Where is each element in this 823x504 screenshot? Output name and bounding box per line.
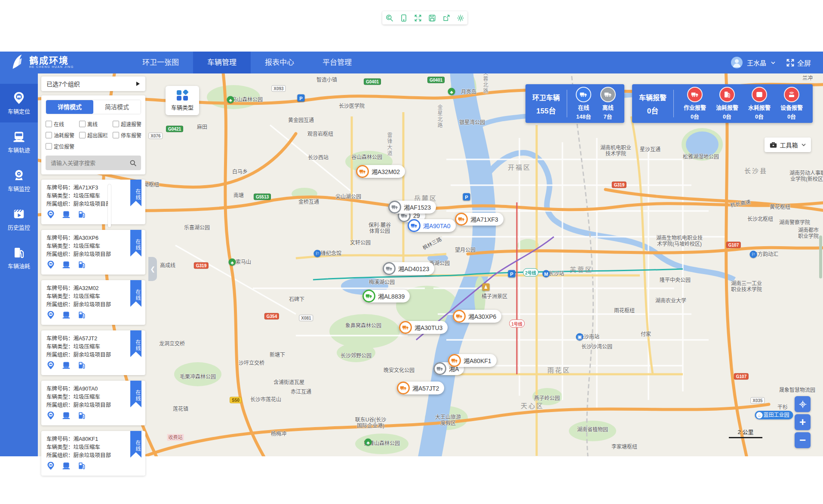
track-icon[interactable] (62, 311, 71, 319)
vehicle-type-button[interactable]: 车辆类型 (166, 86, 199, 115)
chevron-down-icon[interactable] (771, 60, 776, 65)
vehicle-card[interactable]: 车牌号码：湘A57JT2车辆类型：垃圾压缩车所属组织：厨余垃圾项目部在线 (41, 330, 145, 375)
sidebar-item-vehicle-track[interactable]: 车辆轨迹 (0, 122, 38, 161)
track-icon[interactable] (62, 361, 71, 370)
filter--[interactable]: 离线 (79, 120, 113, 128)
nav-item-vehicle-management[interactable]: 车辆管理 (193, 52, 251, 73)
sidebar-item-history-monitor[interactable]: 历史监控 (0, 200, 38, 238)
track-icon[interactable] (62, 260, 71, 269)
search-icon[interactable] (129, 159, 137, 167)
map-label: 赤江互通 (291, 389, 311, 395)
vehicle-plate: 车牌号码：湘A90TA0 (46, 385, 140, 393)
sidebar-item-vehicle-monitor[interactable]: 车辆监控 (0, 161, 38, 200)
map-canvas[interactable]: 智造小镇兰冲乌山森林公园长沙医学院黄金园互通月亮岛银星湾公园观音岩枢纽麻田长沙西… (38, 73, 823, 456)
avatar[interactable] (731, 57, 743, 68)
device-preview-icon[interactable] (399, 14, 408, 22)
nav-item-report-center[interactable]: 报表中心 (251, 52, 308, 73)
vehicle-plate: 车牌号码：湘A71XF3 (46, 184, 140, 192)
track-icon[interactable] (62, 210, 71, 219)
filter--[interactable]: 停车报警 (113, 131, 141, 139)
mode-tab--[interactable]: 简洁模式 (93, 100, 141, 114)
fuel-icon[interactable] (77, 361, 86, 370)
zoom-search-icon[interactable] (385, 14, 394, 22)
checkbox[interactable] (113, 121, 119, 127)
map-label: 龙洞立交桥 (159, 341, 185, 347)
page-scrollbar[interactable] (819, 235, 822, 278)
filter--[interactable]: 油耗报警 (46, 131, 79, 139)
vehicle-card[interactable]: 车牌号码：湘A30XP6车辆类型：垃圾压缩车所属组织：厨余垃圾项目部在线 (41, 230, 145, 275)
locate-icon[interactable] (46, 361, 55, 370)
user-name[interactable]: 王水晶 (747, 58, 766, 67)
map-label: 湖南生物机电职业技 术学院(马坡岭校区) (656, 235, 703, 247)
vehicle-marker[interactable]: 湘A30XP6 (453, 310, 501, 323)
checkbox[interactable] (79, 121, 86, 127)
stat--: 离线7台 (600, 87, 616, 120)
sidebar-item-vehicle-location[interactable]: 车辆定位 (0, 84, 38, 122)
map-label: 湖南农业大学 (655, 298, 686, 304)
filter--[interactable]: 超速报警 (113, 120, 141, 128)
vehicle-card[interactable]: 车牌号码：湘A71XF3车辆类型：垃圾压缩车所属组织：厨余垃圾项目部在线 (41, 180, 145, 224)
zoom-out-button[interactable]: − (795, 432, 811, 448)
checkbox[interactable] (46, 143, 52, 150)
settings-icon[interactable] (456, 14, 465, 22)
zoom-in-button[interactable]: + (795, 414, 811, 430)
toolbox-button[interactable]: 工具箱 (765, 137, 811, 152)
fuel-icon[interactable] (77, 260, 86, 269)
checkbox[interactable] (113, 132, 119, 138)
fuel-icon[interactable] (77, 311, 86, 319)
vehicle-type: 车辆类型：垃圾压缩车 (46, 443, 140, 452)
rail-icon: ▣ (576, 333, 583, 341)
vehicle-marker[interactable]: 湘A57JT2 (397, 382, 444, 394)
sidebar-item-vehicle-fuel[interactable]: 车辆油耗 (0, 238, 38, 277)
locate-icon[interactable] (46, 260, 55, 269)
vehicle-marker[interactable]: 湘A32M02 (356, 165, 405, 178)
vehicle-card[interactable]: 车牌号码：湘A90TA0车辆类型：垃圾压缩车所属组织：厨余垃圾项目部在线 (41, 381, 145, 425)
vehicle-list-scrollbar[interactable] (108, 184, 111, 227)
vehicle-marker[interactable]: 湘A30TU3 (399, 321, 448, 334)
vehicle-marker[interactable]: 湘AL8839 (362, 290, 410, 302)
vehicle-card[interactable]: 车牌号码：湘A32M02车辆类型：垃圾压缩车所属组织：厨余垃圾项目部在线 (41, 280, 145, 325)
checkbox[interactable] (46, 132, 52, 138)
map-label: 李家塘枢纽 (611, 444, 637, 450)
vehicle-marker[interactable]: 湘AD40123 (383, 262, 434, 275)
org-selector[interactable]: 已选7个组织 (41, 76, 145, 91)
vehicle-marker[interactable]: 湘A80KF1 (448, 354, 497, 367)
mode-tab--[interactable]: 详情模式 (46, 100, 93, 114)
filter-label: 停车报警 (121, 131, 141, 139)
road-shield: G319 (612, 182, 626, 188)
vehicle-marker[interactable]: 湘AF1523 (388, 201, 436, 214)
nav-item-platform-management[interactable]: 平台管理 (308, 52, 366, 73)
vehicle-card[interactable]: 车牌号码：湘A80KF1车辆类型：垃圾压缩车所属组织：厨余垃圾项目部在线 (41, 431, 145, 476)
checkbox[interactable] (46, 121, 52, 127)
truck-icon (362, 290, 375, 302)
track-icon[interactable] (62, 411, 71, 420)
nav-item-sanitation-map[interactable]: 环卫一张图 (128, 52, 193, 73)
vehicle-marker[interactable]: 湘A90TA0 (408, 219, 456, 232)
locate-icon[interactable] (46, 210, 55, 219)
locate-icon[interactable] (46, 311, 55, 319)
track-icon[interactable] (62, 461, 71, 470)
fullscreen-button[interactable]: 全屏 (786, 58, 811, 68)
map-label: 梅溪湖公园 (369, 279, 395, 285)
map-label: 大王山旅游 度假区 (435, 414, 461, 426)
vehicle-marker[interactable]: 湘A71XF3 (455, 213, 504, 226)
search-input[interactable] (50, 159, 129, 167)
fuel-icon[interactable] (77, 461, 86, 470)
locate-icon[interactable] (46, 411, 55, 420)
filter--[interactable]: 在线 (46, 120, 79, 128)
checkbox[interactable] (79, 132, 86, 138)
save-icon[interactable] (428, 14, 436, 22)
blue-poi-label: ⌂蓝田工业园 (755, 411, 793, 419)
locate-button[interactable] (795, 396, 811, 412)
vehicle-card-actions (46, 461, 140, 470)
fullscreen-expand-icon[interactable] (414, 14, 422, 22)
filter-label: 超出围栏 (87, 131, 108, 139)
expand-arrow-icon[interactable] (136, 81, 140, 86)
fuel-icon[interactable] (77, 411, 86, 420)
locate-icon[interactable] (46, 461, 55, 470)
filter--[interactable]: 超出围栏 (79, 131, 113, 139)
panel-collapse-handle[interactable]: ❮ (148, 257, 157, 281)
fuel-icon[interactable] (77, 210, 86, 219)
filter--[interactable]: 定位报警 (46, 143, 79, 150)
export-icon[interactable] (442, 14, 451, 22)
